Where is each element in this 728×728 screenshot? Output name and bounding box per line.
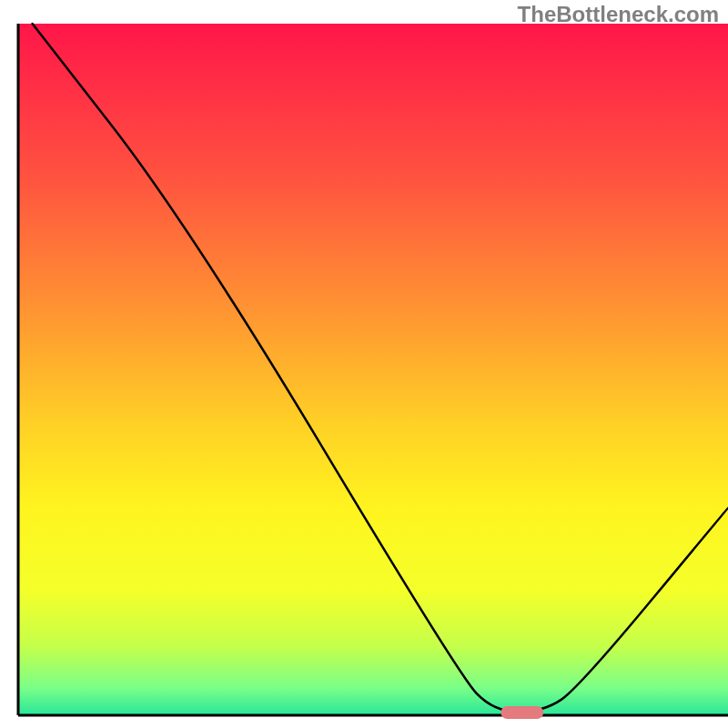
plot-background	[18, 24, 728, 715]
watermark-text: TheBottleneck.com	[518, 2, 719, 27]
optimum-marker	[500, 706, 543, 719]
bottleneck-chart	[0, 0, 728, 728]
